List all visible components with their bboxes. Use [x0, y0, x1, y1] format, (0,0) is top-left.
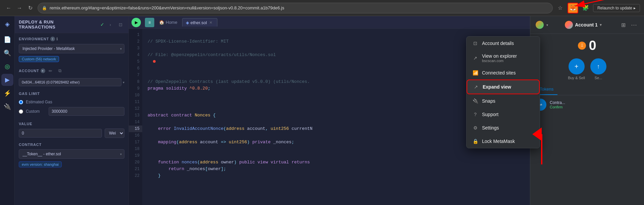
send-action: ↑ Se...	[590, 58, 606, 80]
sidebar-item-compile[interactable]: ◎	[1, 60, 13, 72]
check-icon: ✓	[100, 22, 104, 27]
context-menu-lock[interactable]: 🔒 Lock MetaMask	[467, 135, 540, 148]
expand-button[interactable]: ›	[106, 20, 114, 29]
view-explorer-label: View on explorer	[482, 53, 517, 59]
send-button[interactable]: ↑	[590, 58, 606, 74]
context-menu-snaps[interactable]: 🔌 Snaps	[467, 94, 540, 108]
deploy-panel-header: DEPLOY & RUNTRANSACTIONS ✓ › ⊡	[15, 16, 128, 33]
context-menu-expand-view[interactable]: ↗ Expand view	[467, 80, 540, 94]
deploy-panel: DEPLOY & RUNTRANSACTIONS ✓ › ⊡ ENVIRONME…	[15, 16, 129, 205]
back-button[interactable]: ←	[4, 3, 13, 13]
snaps-label: Snaps	[482, 98, 495, 104]
custom-gas-row: Custom	[15, 106, 128, 117]
account-details-icon: ⊡	[472, 40, 479, 47]
support-label: Support	[482, 112, 498, 117]
environment-label: ENVIRONMENT i ℹ	[15, 33, 128, 43]
value-row: Wei	[19, 129, 124, 138]
code-line-21: return _nonces[owner];	[142, 166, 530, 172]
contract-activity-area: ⇌ Contra... Confirm	[530, 95, 644, 114]
nav-buttons: ← → ↻	[4, 3, 35, 13]
context-menu-account-details[interactable]: ⊡ Account details	[467, 37, 540, 50]
forward-button[interactable]: →	[15, 3, 24, 13]
address-bar: 🔒	[38, 3, 553, 13]
custom-gas-radio[interactable]	[19, 109, 23, 114]
value-unit-select[interactable]: Wei	[105, 129, 124, 138]
sidebar-item-files[interactable]: 📄	[1, 34, 13, 46]
more-options-button[interactable]: ⋯	[629, 20, 639, 30]
line-num-16: 16	[129, 132, 142, 139]
sidebar-icons: ◈ 📄 🔍 ◎ ▶ ⚡ 🔌	[0, 16, 15, 205]
deploy-actions: ✓ › ⊡	[100, 20, 124, 29]
line-num-17: 17	[129, 139, 142, 146]
url-input[interactable]	[50, 5, 548, 10]
buy-sell-action: + Buy & Sell	[568, 58, 585, 80]
custom-gas-input[interactable]	[49, 107, 124, 116]
context-menu-settings[interactable]: ⚙ Settings	[467, 121, 540, 135]
gas-section: Estimated Gas Custom	[15, 97, 128, 118]
network-icon	[536, 21, 544, 29]
contract-select[interactable]: __Token__ - ether.sol	[19, 149, 124, 159]
context-menu-support[interactable]: ? Support	[467, 108, 540, 121]
lock-icon: 🔒	[42, 6, 47, 10]
lock-metamask-icon: 🔒	[472, 138, 479, 145]
send-label: Se...	[595, 76, 602, 80]
solidity-toggle[interactable]: ≡	[145, 18, 154, 27]
expand-view-icon: ↗	[473, 84, 479, 90]
buy-sell-label: Buy & Sell	[568, 76, 585, 80]
line-num-20: 20	[129, 159, 142, 166]
account-select-arrow: ▾	[123, 81, 124, 84]
account-info-icon[interactable]: ●	[41, 68, 45, 73]
tab-close-button[interactable]: ✕	[208, 20, 214, 25]
account-input[interactable]	[19, 78, 121, 86]
eth-token-icon: Ξ	[578, 42, 586, 50]
account-row: ▾	[19, 78, 124, 86]
context-menu-connected-sites[interactable]: 📶 Connected sites	[467, 66, 540, 80]
tab-home[interactable]: 🏠 Home	[156, 18, 181, 26]
code-line-22: }	[142, 172, 530, 179]
account-selector[interactable]: ▾	[536, 21, 548, 29]
layout-button[interactable]: ⊡	[116, 20, 124, 29]
line-num-2: 2	[129, 38, 142, 45]
sol-icon: ◈	[186, 20, 189, 25]
buy-sell-button[interactable]: +	[569, 58, 585, 74]
contract-label: CONTRACT	[15, 139, 128, 148]
line-num-14: 14	[129, 119, 142, 125]
browser-actions: ☆ 🦊 🧩 Relaunch to update	[555, 3, 640, 13]
browser-chrome: ← → ↻ 🔒 ☆ 🦊	[0, 0, 644, 16]
environment-select[interactable]: Injected Provider - MetaMask	[19, 44, 124, 53]
estimated-gas-radio[interactable]	[19, 100, 23, 104]
sidebar-item-search[interactable]: 🔍	[1, 47, 13, 59]
account-edit-icon[interactable]: ✏	[47, 67, 55, 75]
sidebar-item-plugins[interactable]: 🔌	[1, 101, 13, 113]
context-menu-view-explorer[interactable]: ↗ View on explorer bscscan.com	[467, 50, 540, 66]
relaunch-chevron: ▸	[634, 6, 636, 10]
explorer-sub-label: bscscan.com	[482, 59, 517, 63]
sidebar-item-deploy[interactable]: ▶	[1, 74, 13, 86]
environment-info-icon[interactable]: i	[50, 37, 55, 41]
contract-select-wrapper: __Token__ - ether.sol ▾	[19, 149, 124, 159]
grid-view-button[interactable]: ⊞	[619, 20, 628, 30]
metamask-extension-icon[interactable]: 🦊	[568, 3, 578, 13]
extension-manager-button[interactable]: 🧩	[581, 3, 590, 13]
contract-label: Contra...	[550, 100, 565, 105]
reload-button[interactable]: ↻	[25, 3, 35, 13]
tab-ether-sol[interactable]: ◈ ether.sol ✕	[182, 18, 217, 27]
account-details-label: Account details	[482, 41, 514, 46]
value-input[interactable]	[19, 129, 102, 138]
star-button[interactable]: ☆	[555, 3, 565, 13]
context-menu: ⊡ Account details ↗ View on explorer bsc…	[466, 36, 540, 148]
metamask-header: ▾ Account 1 ▾ ⊞ ⋯	[530, 16, 644, 34]
environment-select-wrapper: Injected Provider - MetaMask ▾	[19, 44, 124, 53]
connected-sites-icon: 📶	[472, 69, 479, 76]
sidebar-item-debug[interactable]: ⚡	[1, 87, 13, 99]
metamask-area: ▾ Account 1 ▾ ⊞ ⋯ Ξ 0	[530, 16, 644, 205]
account-label: ACCOUNT ● ✏ ⧉	[15, 63, 128, 76]
account-copy-icon[interactable]: ⧉	[56, 67, 64, 75]
run-button[interactable]: ▶	[131, 18, 141, 27]
account-name-area[interactable]: Account 1 ▾	[565, 21, 602, 29]
lock-metamask-label: Lock MetaMask	[482, 139, 515, 144]
line-num-3: 3	[129, 45, 142, 52]
line-num-13: 13	[129, 112, 142, 119]
mm-header-actions: ⊞ ⋯	[619, 20, 639, 30]
relaunch-button[interactable]: Relaunch to update ▸	[593, 4, 640, 12]
